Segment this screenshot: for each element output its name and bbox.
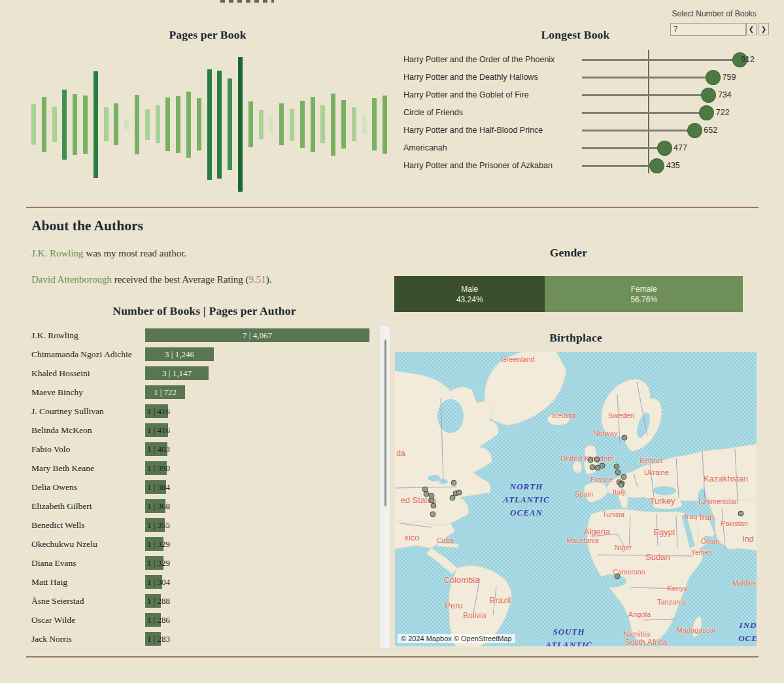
select-number-of-books-label: Select Number of Books <box>654 9 757 18</box>
author-name: Elizabeth Gilbert <box>31 497 92 516</box>
ocean-label-line: NORTH <box>503 480 550 493</box>
author-row: J.K. Rowling7 | 4,067 <box>26 326 383 345</box>
pages-bar[interactable] <box>383 96 387 154</box>
birthplace-dot[interactable] <box>430 512 436 517</box>
country-label: Belarus <box>639 457 663 464</box>
pages-bar[interactable] <box>352 107 356 141</box>
birthplace-dot[interactable] <box>431 503 437 509</box>
author-chart-scrollbar[interactable] <box>379 325 390 648</box>
pages-bar[interactable] <box>94 71 98 178</box>
birthplace-dot[interactable] <box>614 464 620 470</box>
pages-bar[interactable] <box>279 103 284 145</box>
pages-bar[interactable] <box>372 98 377 150</box>
lollipop-stem <box>582 112 707 114</box>
author-bar-label: 1 | 288 <box>147 594 170 608</box>
pages-bar[interactable] <box>248 101 253 147</box>
pages-bar[interactable] <box>341 100 346 149</box>
birthplace-title: Birthplace <box>395 331 757 345</box>
increment-button[interactable]: ❯ <box>758 23 769 35</box>
pages-bar[interactable] <box>228 79 232 170</box>
gender-segment-female[interactable]: Female56.76% <box>545 276 743 312</box>
birthplace-dot[interactable] <box>594 457 600 463</box>
lollipop-dot[interactable] <box>687 123 702 138</box>
pages-bar[interactable] <box>331 94 335 156</box>
pages-bar[interactable] <box>362 115 367 134</box>
country-label: Brazil <box>490 595 511 605</box>
pages-bar[interactable] <box>290 109 294 141</box>
birthplace-dot[interactable] <box>619 482 624 488</box>
birthplace-map[interactable]: GreenlandIcelandSwedenNorwaydaUnited Kin… <box>395 352 757 646</box>
country-label: Iraq <box>685 512 698 520</box>
lollipop-dot[interactable] <box>699 105 714 120</box>
pages-bar[interactable] <box>135 95 139 154</box>
pages-bar[interactable] <box>311 97 315 152</box>
birthplace-dot[interactable] <box>600 463 605 469</box>
line-text: ). <box>266 274 272 285</box>
pages-bar[interactable] <box>52 107 57 142</box>
pages-bar[interactable] <box>73 94 77 155</box>
lollipop-dot[interactable] <box>657 141 672 156</box>
book-pages-value: 435 <box>666 161 680 170</box>
author-chart-title: Number of Books | Pages per Author <box>26 304 383 318</box>
birthplace-dot[interactable] <box>588 457 594 463</box>
line-text: received the best Average Rating ( <box>112 274 249 285</box>
author-name: Matt Haig <box>31 572 67 591</box>
birthplace-dot[interactable] <box>621 474 627 480</box>
birthplace-dot[interactable] <box>615 470 621 476</box>
author-row: Maeve Binchy1 | 722 <box>26 383 383 402</box>
ocean-label: INDOCE <box>738 619 757 645</box>
country-label: Tanzania <box>657 598 686 606</box>
pages-bar[interactable] <box>197 98 201 150</box>
gender-segment-male[interactable]: Male43.24% <box>394 276 545 312</box>
decrement-button[interactable]: ❮ <box>746 23 757 35</box>
gender-stacked-bar: Male43.24%Female56.76% <box>394 276 743 312</box>
pages-bar[interactable] <box>300 101 305 148</box>
gender-segment-pct: 56.76% <box>630 294 657 305</box>
pages-bar[interactable] <box>145 109 150 140</box>
pages-bar[interactable] <box>207 69 212 180</box>
pages-bar[interactable] <box>259 110 264 139</box>
birthplace-dot[interactable] <box>456 490 462 496</box>
birthplace-dot[interactable] <box>738 511 744 517</box>
pages-bar[interactable] <box>62 90 67 160</box>
birthplace-dot[interactable] <box>451 480 457 486</box>
pages-bar[interactable] <box>217 71 222 179</box>
map-attribution: © 2024 Mapbox © OpenStreetMap <box>398 634 515 643</box>
pages-bar[interactable] <box>31 104 36 145</box>
country-label: Yemen <box>691 548 712 556</box>
chevron-left-icon: ❮ <box>749 26 754 33</box>
country-label: Maldives <box>732 579 757 587</box>
birthplace-dot[interactable] <box>450 495 456 501</box>
ocean-label: SOUTHATLANTIC <box>545 625 592 646</box>
country-label: Sweden <box>608 412 634 419</box>
lollipop-dot[interactable] <box>706 70 721 85</box>
birthplace-dot[interactable] <box>615 574 621 580</box>
pages-bar[interactable] <box>238 57 243 192</box>
lollipop-dot[interactable] <box>701 88 716 103</box>
book-label: Harry Potter and the Prisoner of Azkaban <box>403 161 579 170</box>
country-label: Madagascar <box>677 626 717 634</box>
pages-bar[interactable] <box>269 116 273 133</box>
number-of-books-input[interactable] <box>670 23 746 36</box>
pages-bar[interactable] <box>104 107 109 141</box>
lollipop-stem <box>582 77 713 79</box>
pages-bar[interactable] <box>320 105 325 143</box>
pages-bar[interactable] <box>165 97 170 151</box>
pages-bar[interactable] <box>114 103 118 145</box>
pages-bar[interactable] <box>124 119 129 130</box>
pages-bar[interactable] <box>156 105 160 143</box>
book-label: Harry Potter and the Order of the Phoeni… <box>403 55 579 64</box>
birthplace-dot[interactable] <box>622 435 628 441</box>
book-label: Harry Potter and the Deathly Hallows <box>403 73 579 82</box>
country-label: Ind <box>742 534 754 544</box>
author-row: Oscar Wilde1 | 286 <box>26 610 383 629</box>
pages-bar[interactable] <box>186 92 191 158</box>
author-bar-label: 1 | 355 <box>147 518 170 532</box>
country-label: Norway <box>593 429 617 437</box>
scrollbar-thumb[interactable] <box>384 340 386 506</box>
ocean-label-line: SOUTH <box>545 625 592 639</box>
lollipop-dot[interactable] <box>649 158 664 173</box>
pages-bar[interactable] <box>42 97 46 152</box>
pages-bar[interactable] <box>83 96 88 154</box>
pages-bar[interactable] <box>176 96 180 153</box>
